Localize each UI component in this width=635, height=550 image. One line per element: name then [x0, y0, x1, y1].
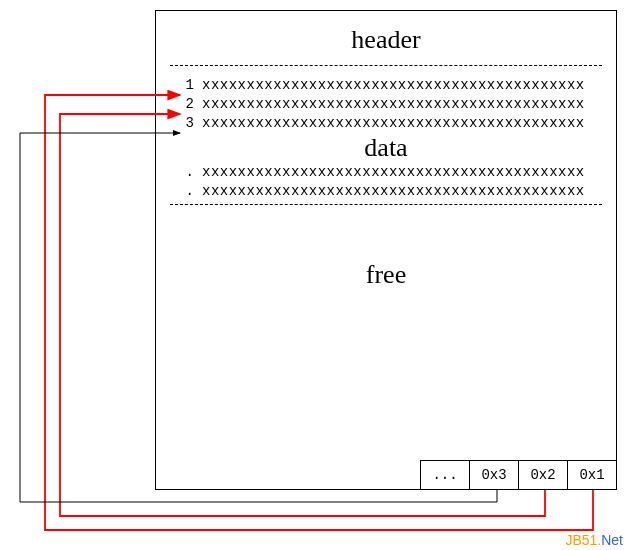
row-content: xxxxxxxxxxxxxxxxxxxxxxxxxxxxxxxxxxxxxxxx…: [202, 182, 585, 201]
header-section-label: header: [156, 11, 616, 65]
data-row-dot1: . xxxxxxxxxxxxxxxxxxxxxxxxxxxxxxxxxxxxxx…: [176, 163, 596, 182]
data-row-1: 1 xxxxxxxxxxxxxxxxxxxxxxxxxxxxxxxxxxxxxx…: [176, 76, 596, 95]
row-num: 2: [176, 95, 194, 114]
row-num: 3: [176, 114, 194, 133]
row-num: .: [176, 182, 194, 201]
offset-cell-0x2: 0x2: [518, 461, 567, 489]
data-section-label: data: [176, 133, 596, 163]
data-row-2: 2 xxxxxxxxxxxxxxxxxxxxxxxxxxxxxxxxxxxxxx…: [176, 95, 596, 114]
row-content: xxxxxxxxxxxxxxxxxxxxxxxxxxxxxxxxxxxxxxxx…: [202, 76, 585, 95]
row-content: xxxxxxxxxxxxxxxxxxxxxxxxxxxxxxxxxxxxxxxx…: [202, 95, 585, 114]
watermark-part2: Net: [601, 532, 623, 548]
row-content: xxxxxxxxxxxxxxxxxxxxxxxxxxxxxxxxxxxxxxxx…: [202, 114, 585, 133]
offset-cell-ellipsis: ...: [421, 461, 469, 489]
offset-cell-0x1: 0x1: [567, 461, 616, 489]
watermark-part1: JB51.: [565, 532, 601, 548]
page-block: header 1 xxxxxxxxxxxxxxxxxxxxxxxxxxxxxxx…: [155, 10, 617, 490]
row-content: xxxxxxxxxxxxxxxxxxxxxxxxxxxxxxxxxxxxxxxx…: [202, 163, 585, 182]
offset-cell-0x3: 0x3: [469, 461, 518, 489]
offset-array: ... 0x3 0x2 0x1: [420, 460, 616, 489]
data-section: 1 xxxxxxxxxxxxxxxxxxxxxxxxxxxxxxxxxxxxxx…: [156, 66, 616, 204]
row-num: .: [176, 163, 194, 182]
free-section-label: free: [156, 205, 616, 290]
data-row-3: 3 xxxxxxxxxxxxxxxxxxxxxxxxxxxxxxxxxxxxxx…: [176, 114, 596, 133]
watermark: JB51.Net: [565, 532, 623, 548]
row-num: 1: [176, 76, 194, 95]
data-row-dot2: . xxxxxxxxxxxxxxxxxxxxxxxxxxxxxxxxxxxxxx…: [176, 182, 596, 201]
